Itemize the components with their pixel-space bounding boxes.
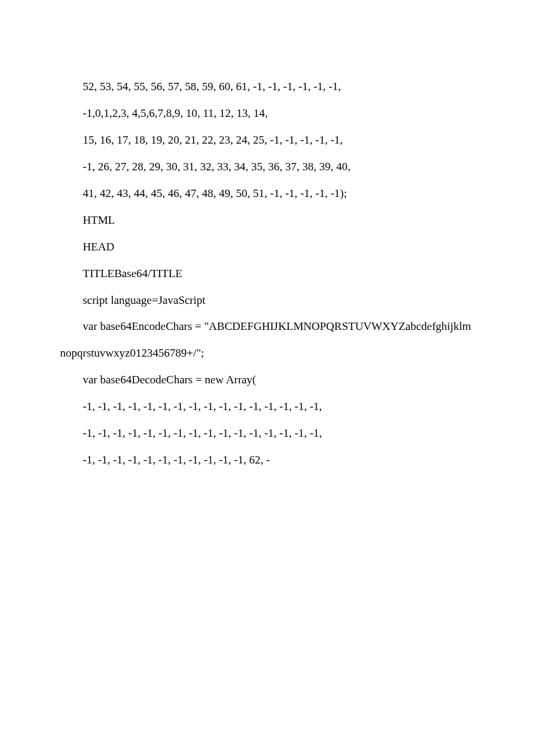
code-line: HTML (60, 207, 474, 234)
code-line: TITLEBase64/TITLE (60, 260, 474, 287)
code-line: -1, 26, 27, 28, 29, 30, 31, 32, 33, 34, … (60, 154, 474, 180)
code-line: var base64DecodeChars = new Array( (60, 367, 474, 393)
code-line: HEAD (60, 234, 474, 260)
code-line: 41, 42, 43, 44, 45, 46, 47, 48, 49, 50, … (60, 180, 474, 207)
code-line: script language=JavaScript (60, 287, 474, 314)
document-content: 52, 53, 54, 55, 56, 57, 58, 59, 60, 61, … (60, 73, 474, 474)
code-line: -1, -1, -1, -1, -1, -1, -1, -1, -1, -1, … (60, 420, 474, 447)
code-line: var base64EncodeChars = "ABCDEFGHIJKLMNO… (60, 313, 474, 367)
code-line: -1, -1, -1, -1, -1, -1, -1, -1, -1, -1, … (60, 447, 474, 474)
code-line: 52, 53, 54, 55, 56, 57, 58, 59, 60, 61, … (60, 73, 474, 100)
code-line: -1, -1, -1, -1, -1, -1, -1, -1, -1, -1, … (60, 393, 474, 420)
code-line: 15, 16, 17, 18, 19, 20, 21, 22, 23, 24, … (60, 127, 474, 154)
code-line: -1,0,1,2,3, 4,5,6,7,8,9, 10, 11, 12, 13,… (60, 100, 474, 127)
